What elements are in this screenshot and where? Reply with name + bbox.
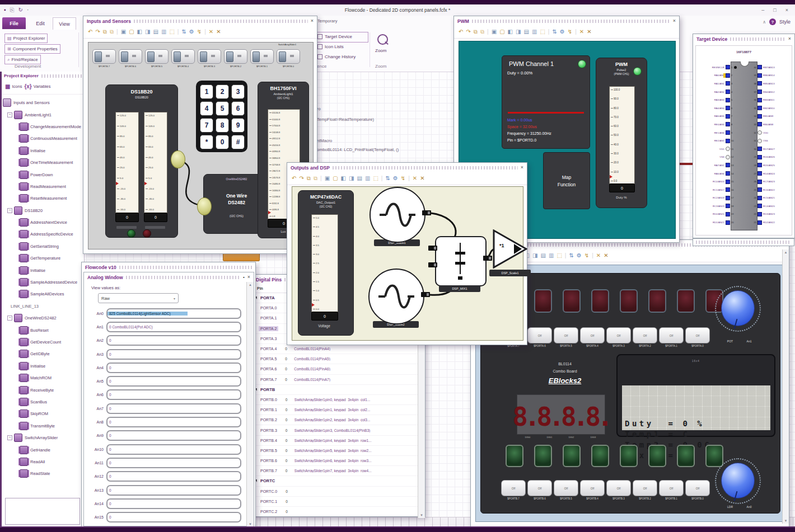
toolbar-icon[interactable]: ↷	[95, 29, 100, 35]
dsp-wave2-component[interactable]	[368, 269, 424, 324]
tree-item[interactable]: MatchROM	[2, 372, 84, 384]
toggle-switch[interactable]: Off	[606, 480, 631, 496]
toolbar-icon[interactable]: ✕	[587, 29, 591, 35]
tree-item[interactable]: GetTemperature	[2, 252, 84, 264]
toolbar-icon[interactable]: |	[487, 29, 489, 35]
pin-row[interactable]: PORTB.5 0 SwitchArraySlider1pin5, keypad…	[253, 446, 418, 456]
toolbar-icon[interactable]: ⧉	[110, 29, 114, 35]
channel-value-field[interactable]: 0 ComboBL0114(Pot ADC)	[106, 322, 241, 332]
collapse-ribbon-icon[interactable]: ∧	[763, 20, 766, 25]
toolbar-icon[interactable]: ▢	[499, 29, 504, 35]
channel-value-field[interactable]: 0	[106, 498, 241, 509]
zoom-button[interactable]: Zoom	[375, 48, 386, 53]
toolbar-icon[interactable]: |	[565, 252, 567, 259]
pin-row[interactable]: PORTC.0 0	[253, 487, 418, 497]
toggle-switch[interactable]: Off	[659, 327, 684, 343]
tree-item[interactable]: ReceiveByte	[2, 384, 84, 396]
chip-pin[interactable]: 24 RC5/AN21	[751, 194, 792, 203]
chip-pin[interactable]: RA7/AN7 13	[696, 161, 736, 170]
toolbar-icon[interactable]: ⬚	[169, 29, 174, 35]
style-menu[interactable]: Style	[779, 19, 791, 25]
toolbar-icon[interactable]: ✕	[216, 29, 221, 35]
chip-pin[interactable]: 34 RB1/AN9	[751, 112, 792, 121]
chip-pin[interactable]: 30 RD7/AN27	[751, 145, 792, 153]
toggle-switch[interactable]: Off	[527, 480, 552, 496]
temperature-slider-1[interactable]: 125.0105.085.065.045.025.05.0-15.0-35.0-…	[115, 112, 139, 213]
chip-pin[interactable]: VDD 11	[696, 145, 736, 153]
keypad-key[interactable]: 4	[200, 101, 213, 116]
tree-item[interactable]: PowerDown	[2, 168, 84, 180]
toolbar-icon[interactable]: ↷	[466, 29, 470, 35]
toolbar-icon[interactable]: ⬚	[540, 29, 545, 35]
scroll-down-icon[interactable]: ▼	[249, 522, 252, 526]
toolbar-icon[interactable]: ⧉	[314, 175, 317, 182]
toggle-switch[interactable]	[250, 49, 274, 64]
toolbar-icon[interactable]: ↶	[88, 29, 92, 35]
close-icon[interactable]: ×	[311, 18, 314, 23]
dsp-scale-component[interactable]	[493, 229, 527, 269]
tree-item[interactable]: BusReset	[2, 324, 84, 336]
window-titlebar[interactable]: Outputs and DSP ×	[287, 163, 527, 172]
toolbar-icon[interactable]: ⇅	[385, 175, 390, 182]
window-titlebar[interactable]: Target Device ×	[693, 34, 794, 44]
ldr-knob[interactable]	[715, 458, 761, 504]
toggle-switch[interactable]: Off	[685, 327, 710, 343]
toolbar-icon[interactable]: |	[116, 29, 118, 35]
toolbar-icon[interactable]: ▣	[121, 29, 126, 35]
pin-row[interactable]: PORTA.4 0 ComboBL0114(PinA4)	[253, 344, 418, 354]
channel-value-field[interactable]: 0	[106, 417, 241, 427]
tree-item[interactable]: SampleAddressedDevice	[2, 276, 84, 288]
channel-value-field[interactable]: 0	[106, 403, 241, 414]
tree-item[interactable]: AddressSpecificDevice	[2, 228, 84, 240]
tree-item[interactable]: Initialise	[2, 264, 84, 276]
tab-file[interactable]: File	[2, 17, 26, 29]
toolbar-icon[interactable]: |	[548, 29, 550, 35]
toolbar-icon[interactable]: ◨	[349, 175, 354, 182]
keypad-key[interactable]: 6	[231, 101, 245, 116]
toolbar-icon[interactable]: |	[408, 175, 410, 182]
chip-pin[interactable]: RC3/AN19 18	[696, 202, 736, 210]
tree-item[interactable]: ReadState	[2, 468, 84, 479]
pin-row[interactable]: PORTA.7 0 ComboBL0114(PinA7)	[253, 375, 418, 385]
tree-item[interactable]: LINK_LINE_13	[2, 300, 84, 312]
chip-pin[interactable]: 28 RD5/AN25	[751, 161, 792, 170]
window-titlebar[interactable]: Analog Window ▪ ×	[84, 272, 254, 282]
tree-item[interactable]: SkipROM	[2, 408, 84, 420]
channel-value-field[interactable]: 0	[106, 444, 241, 455]
toggle-switch[interactable]: Off	[580, 480, 605, 496]
toolbar-icon[interactable]: ⇅	[552, 29, 556, 35]
toolbar-icon[interactable]: ✕	[604, 252, 608, 259]
tab-edit[interactable]: Edit	[30, 17, 50, 29]
tree-item[interactable]: TransmitByte	[2, 420, 84, 432]
tab-view[interactable]: View	[53, 17, 76, 30]
quick-access-icon[interactable]: ▪	[4, 7, 6, 13]
chip-pin[interactable]: 29 RD6/AN26	[751, 153, 792, 162]
vertical-scrollbar[interactable]: ▲ ▼	[782, 249, 789, 524]
checkbox-target-device[interactable]: Target Device	[317, 34, 352, 39]
expander-icon[interactable]	[7, 208, 12, 213]
tree-item[interactable]: Inputs and Sensors	[2, 97, 84, 109]
tree-item[interactable]: SwitchArraySlider	[2, 432, 84, 444]
toolbar-icon[interactable]: ⚙	[577, 252, 582, 259]
chip-pin[interactable]: 32 VDD	[751, 129, 792, 137]
tree-item[interactable]: Initialise	[2, 360, 84, 372]
docked-panel-strip[interactable]	[693, 238, 794, 246]
toolbar-icon[interactable]: ▣	[492, 29, 497, 35]
expander-icon[interactable]	[7, 435, 12, 440]
checkbox-icon-lists[interactable]: Icon Lists	[317, 44, 344, 49]
toggle-switch[interactable]: Off	[554, 480, 578, 496]
keypad-key[interactable]: 3	[231, 84, 245, 99]
pin-row[interactable]: PORTB.0 0 SwitchArraySlider1pin0, keypad…	[253, 395, 418, 405]
chip-pin[interactable]: 36 RB3/AN11	[751, 96, 792, 104]
help-icon[interactable]: ?	[769, 18, 776, 25]
pin-row[interactable]: PORTB.1 0 SwitchArraySlider1pin1, keypad…	[253, 405, 418, 415]
chip-pin[interactable]: RA3/AN3 5	[696, 96, 736, 104]
toolbar-icon[interactable]: ⬚	[556, 252, 562, 259]
toolbar-icon[interactable]: ▤	[153, 29, 158, 35]
channel-value-field[interactable]: 0	[106, 376, 241, 387]
close-icon[interactable]: ×	[788, 36, 791, 41]
close-icon[interactable]: ×	[521, 165, 523, 170]
toolbar-icon[interactable]: ⧉	[307, 175, 311, 182]
chip-pin[interactable]: RA1/AN1 3	[696, 79, 736, 88]
toolbar-icon[interactable]: |	[204, 29, 206, 35]
